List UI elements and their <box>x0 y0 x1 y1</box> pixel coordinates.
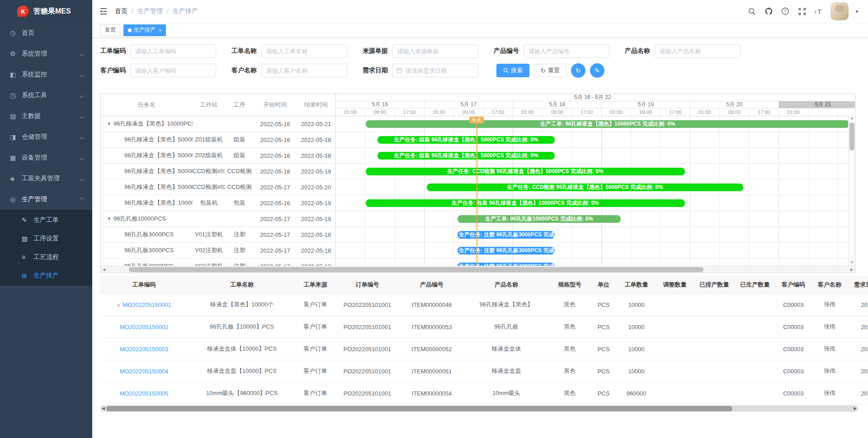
work-order-code-input[interactable] <box>130 44 216 58</box>
table-row[interactable]: ∨MO202205150001移液盒【黑色】10000个客户订单PO202205… <box>100 294 868 316</box>
production-task-bar[interactable]: 生产任务: 组装 96孔移液盒【黑色】5000PCS 完成比例: 0% <box>377 136 555 144</box>
work-order-link[interactable]: MO202205150004 <box>120 368 169 375</box>
reset-button[interactable]: ↻ 重置 <box>534 64 566 77</box>
production-task-bar[interactable]: 生产任务: CCD检测 96孔移液盒【黑色】5000PCS 完成比例: 0% <box>366 168 685 175</box>
work-order-link[interactable]: MO202205150005 <box>120 390 169 397</box>
production-task-bar[interactable]: 生产任务: CCD检测 96孔移液盒【黑色】5000PCS 完成比例: 0% <box>427 184 743 191</box>
expand-row-icon[interactable]: ∨ <box>117 302 120 308</box>
gantt-task-row[interactable]: 96孔孔板3000PCSY02注塑机注塑2022-05-172022-05-18 <box>101 243 335 259</box>
sidebar-item-system-monitor[interactable]: ◧系统监控 <box>0 64 92 85</box>
page-hscroll-thumb[interactable] <box>106 406 732 411</box>
source-doc-input[interactable] <box>392 44 478 58</box>
work-order-bar[interactable]: 生产工单: 96孔移液盒【黑色】10000PCS 完成比例: 0% <box>366 120 849 128</box>
production-task-bar[interactable]: 生产任务: 注塑 96孔孔板3000PCS 完成比例: 0% <box>458 247 555 254</box>
table-row[interactable]: MO20220515000510mm吸头【960000】PCS客户订单PO202… <box>100 382 868 405</box>
gantt-chart-row: 生产任务: 组装 96孔移液盒【黑色】5000PCS 完成比例: 0% <box>336 148 849 164</box>
search-icon[interactable] <box>747 6 757 16</box>
production-task-bar[interactable]: 生产任务: 包装 96孔移液盒【黑色】10000PCS 完成比例: 0% <box>366 199 685 207</box>
end-time-cell: 2022-05-19 <box>297 168 335 175</box>
gantt-task-row[interactable]: ▼96孔移液盒【黑色】10000PCS2022-05-162022-05-21 <box>101 116 335 132</box>
work-order-link[interactable]: MO202205150002 <box>120 324 169 330</box>
gantt-vscroll-thumb[interactable] <box>849 122 854 151</box>
start-time-cell: 2022-05-16 <box>254 200 297 207</box>
work-order-link[interactable]: MO202205150001 <box>123 301 171 308</box>
sidebar-item-system-admin[interactable]: ⚙系统管理 <box>0 43 92 64</box>
column-header-customer-name: 客户名称 <box>811 281 848 289</box>
sidebar-item-equipment[interactable]: ▦设备管理 <box>0 147 92 168</box>
table-row[interactable]: MO202205150003移液盒盒体【10000】PCS客户订单PO20220… <box>100 338 868 360</box>
edit-schedule-button[interactable]: ✎ <box>590 63 604 78</box>
gantt-task-row[interactable]: 96孔孔板3000PCSY01注塑机注塑2022-05-172022-05-18 <box>101 227 335 243</box>
close-icon[interactable]: × <box>159 28 161 33</box>
gantt-task-row[interactable]: 96孔移液盒【黑色】10000PCS包装机包装2022-05-162022-05… <box>101 195 335 211</box>
filter-group-customer-name: 客户名称 <box>231 64 363 77</box>
gantt-hscroll-thumb[interactable] <box>129 267 703 272</box>
collapse-triangle-icon[interactable]: ▼ <box>107 122 111 126</box>
task-name: 96孔孔板10000PCS <box>113 215 166 223</box>
sidebar-item-work-order[interactable]: ✎生产工单 <box>0 211 92 229</box>
sidebar-item-production[interactable]: ◎生产管理 <box>0 189 92 210</box>
cell-demand-date: 202 <box>848 324 868 330</box>
cell-demand-date: 202 <box>848 390 868 397</box>
scroll-right-icon[interactable]: ▶ <box>849 266 855 273</box>
help-icon[interactable]: ? <box>780 6 790 16</box>
product-name-input[interactable] <box>655 44 741 58</box>
gantt-horizontal-scrollbar[interactable]: ◀ ▶ <box>101 266 855 273</box>
sidebar-item-master-data[interactable]: ▤主数据 <box>0 106 92 127</box>
sidebar-item-scheduling[interactable]: ⊞生产排产 <box>0 266 92 285</box>
table-row[interactable]: MO20220515000296孔孔板【10000】PCS客户订单PO20220… <box>100 316 868 338</box>
collapse-triangle-icon[interactable]: ▼ <box>107 217 111 221</box>
end-time-cell: 2022-05-18 <box>297 247 335 254</box>
scroll-down-icon[interactable]: ▼ <box>849 260 855 266</box>
chevron-down-icon <box>80 52 84 56</box>
column-header-adjust-qty: 调整数量 <box>656 281 694 289</box>
table-row[interactable]: MO202205150004移液盒盒盖【10000】PCS客户订单PO20220… <box>100 360 868 382</box>
sidebar-item-home[interactable]: ◷首页 <box>0 23 92 43</box>
scroll-up-icon[interactable]: ▲ <box>849 116 855 122</box>
production-task-bar[interactable]: 生产任务: 注塑 96孔孔板3000PCS 完成比例: 0% <box>458 231 555 239</box>
sidebar-item-fixtures[interactable]: ◈工装夹具管理 <box>0 168 92 189</box>
scroll-right-icon[interactable]: ▶ <box>852 405 858 412</box>
sidebar-item-process-settings[interactable]: ▧工序设置 <box>0 229 92 248</box>
fullscreen-icon[interactable] <box>797 6 807 16</box>
scroll-left-icon[interactable]: ◀ <box>101 266 107 273</box>
sidebar-item-warehouse[interactable]: ◨仓储管理 <box>0 127 92 147</box>
sidebar-item-system-tools[interactable]: ◳系统工具 <box>0 85 92 106</box>
refresh-schedule-button[interactable]: ↻ <box>571 63 585 78</box>
filter-group-product-name: 产品名称 <box>625 44 756 58</box>
product-code-input[interactable] <box>524 44 609 58</box>
avatar[interactable] <box>830 2 849 20</box>
page-horizontal-scrollbar[interactable]: ◀ ▶ <box>100 405 858 412</box>
breadcrumb-item[interactable]: 生产管理 <box>137 7 163 15</box>
tab-scheduling[interactable]: 生产排产× <box>123 24 166 36</box>
sidebar-toggle-icon[interactable] <box>99 8 108 15</box>
work-order-name-label: 工单名称 <box>231 47 261 55</box>
user-menu-caret-icon[interactable]: ▾ <box>855 9 858 14</box>
gantt-task-row[interactable]: 96孔移液盒【黑色】5000PCSCCD检测#02CCD检测2022-05-17… <box>101 179 335 195</box>
gantt-task-row[interactable]: 96孔移液盒【黑色】5000PCSZ01组装机组装2022-05-162022-… <box>101 132 335 148</box>
work-order-link[interactable]: MO202205150003 <box>120 346 169 353</box>
demand-date-input[interactable] <box>392 64 478 77</box>
work-order-name-input[interactable] <box>261 44 347 58</box>
production-task-bar[interactable]: 生产任务: 组装 96孔移液盒【黑色】5000PCS 完成比例: 0% <box>377 152 555 160</box>
customer-name-input[interactable] <box>261 64 347 77</box>
gantt-task-row[interactable]: ▼96孔孔板10000PCS2022-05-172022-05-19 <box>101 211 335 227</box>
cell-work-order-name: 移液盒盒盖【10000】PCS <box>188 367 296 375</box>
customer-code-input[interactable] <box>130 64 216 77</box>
breadcrumb-item[interactable]: 生产排产 <box>173 7 198 15</box>
sidebar-item-process-flow[interactable]: ≡工艺流程 <box>0 248 92 266</box>
gantt-vertical-scrollbar[interactable]: ▲ ▼ <box>848 116 855 266</box>
font-size-icon[interactable]: TT <box>814 6 824 16</box>
work-order-bar[interactable]: 生产工单: 96孔孔板10000PCS 完成比例: 0% <box>458 215 621 223</box>
scroll-left-icon[interactable]: ◀ <box>100 405 106 412</box>
search-button[interactable]: 搜索 <box>496 64 529 77</box>
pen-icon: ✎ <box>594 67 600 74</box>
github-icon[interactable] <box>764 6 774 16</box>
column-header-work-order-name: 工单名称 <box>188 281 296 289</box>
tab-home[interactable]: 首页 <box>100 24 120 36</box>
gantt-task-row[interactable]: 96孔移液盒【黑色】5000PCSCCD检测#01CCD检测2022-05-16… <box>101 164 335 179</box>
app-logo[interactable]: K 苦糖果MES <box>0 0 92 23</box>
breadcrumb-item[interactable]: 首页 <box>115 7 127 15</box>
gantt-task-row[interactable]: 96孔移液盒【黑色】5000PCSZ02组装机组装2022-05-162022-… <box>101 148 335 164</box>
process-cell: 注塑 <box>225 231 254 239</box>
